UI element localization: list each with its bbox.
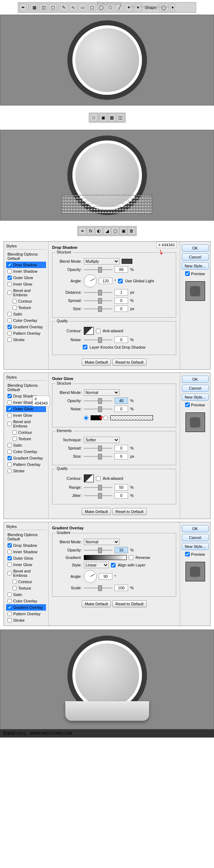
style-satin[interactable]: Satin — [6, 311, 46, 317]
style-outer-glow[interactable]: Outer Glow — [6, 555, 46, 561]
contour-picker[interactable] — [84, 327, 94, 335]
shape-layers-icon[interactable]: ▦ — [30, 4, 38, 11]
fill-pixels-icon[interactable]: ▢ — [49, 4, 57, 11]
style-inner-glow[interactable]: Inner Glow — [6, 412, 46, 418]
antialias-check[interactable] — [96, 329, 101, 333]
ok-button[interactable]: OK — [182, 376, 209, 383]
style-stroke[interactable]: Stroke — [6, 617, 46, 623]
style-stroke[interactable]: Stroke — [6, 337, 46, 343]
blending-options[interactable]: Blending Options: Default — [6, 382, 46, 393]
paths-icon[interactable]: ◫ — [40, 4, 47, 11]
style-texture[interactable]: Texture — [6, 436, 46, 442]
new-style-button[interactable]: New Style... — [182, 543, 209, 550]
make-default-button[interactable]: Make Default — [82, 508, 111, 515]
distance-input[interactable] — [114, 289, 128, 296]
size-slider[interactable] — [84, 308, 112, 309]
style-color-overlay[interactable]: Color Overlay — [6, 317, 46, 324]
knockout-check[interactable] — [83, 345, 87, 349]
marquee-add-icon[interactable]: ▣ — [100, 114, 107, 122]
style-outer-glow[interactable]: Outer Glow — [6, 406, 46, 412]
size-input[interactable] — [114, 453, 128, 459]
global-light-check[interactable] — [118, 279, 123, 283]
size-input[interactable] — [114, 305, 128, 312]
style-contour[interactable]: Contour — [6, 579, 46, 585]
blending-options[interactable]: Blending Options: Default — [6, 251, 46, 262]
glow-gradient-swatch[interactable] — [110, 415, 153, 420]
range-slider[interactable] — [84, 487, 112, 488]
jitter-input[interactable] — [114, 492, 128, 499]
reset-default-button[interactable]: Reset to Default — [112, 359, 147, 366]
spread-input[interactable] — [114, 445, 128, 451]
reset-default-button[interactable]: Reset to Default — [112, 508, 147, 515]
align-check[interactable] — [111, 563, 116, 567]
spread-input[interactable] — [114, 297, 128, 304]
style-gradient-overlay[interactable]: Gradient Overlay — [6, 324, 46, 330]
new-style-button[interactable]: New Style... — [182, 262, 209, 269]
spread-slider[interactable] — [84, 448, 112, 449]
style-pattern-overlay[interactable]: Pattern Overlay — [6, 330, 46, 337]
adjustment-icon[interactable]: ◢ — [103, 227, 111, 235]
new-layer-icon[interactable]: ▣ — [119, 227, 127, 235]
noise-input[interactable] — [114, 337, 128, 343]
gradient-picker[interactable] — [84, 555, 127, 560]
blend-mode-select[interactable]: Normal — [84, 539, 119, 545]
style-pattern-overlay[interactable]: Pattern Overlay — [6, 461, 46, 468]
style-color-overlay[interactable]: Color Overlay — [6, 448, 46, 455]
technique-select[interactable]: Softer — [84, 437, 119, 443]
shape-dropdown-icon[interactable]: ▾ — [170, 4, 175, 11]
mask-icon[interactable]: ◐ — [95, 227, 103, 235]
style-bevel[interactable]: Bevel and Emboss — [6, 418, 46, 429]
noise-slider[interactable] — [84, 409, 112, 410]
cancel-button[interactable]: Cancel — [182, 534, 209, 541]
delete-icon[interactable]: 🗑 — [128, 227, 136, 235]
antialias-check[interactable] — [96, 476, 101, 481]
jitter-slider[interactable] — [84, 495, 112, 496]
scale-input[interactable] — [114, 585, 128, 591]
opacity-input[interactable] — [114, 266, 128, 273]
opacity-slider[interactable] — [84, 400, 112, 401]
style-pattern-overlay[interactable]: Pattern Overlay — [6, 611, 46, 617]
group-icon[interactable]: ▢ — [111, 227, 119, 235]
marquee-new-icon[interactable]: □ — [90, 114, 98, 122]
style-gradient-overlay[interactable]: Gradient Overlay — [6, 455, 46, 461]
color-swatch[interactable] — [122, 259, 132, 264]
reset-default-button[interactable]: Reset to Default — [112, 600, 147, 607]
link-layers-icon[interactable]: ⚭ — [78, 227, 86, 235]
opacity-input[interactable] — [114, 547, 128, 553]
opacity-slider[interactable] — [84, 269, 112, 270]
style-satin[interactable]: Satin — [6, 442, 46, 448]
noise-input[interactable] — [114, 406, 128, 412]
range-input[interactable] — [114, 484, 128, 491]
style-inner-shadow[interactable]: Inner Shadow — [6, 268, 46, 274]
style-bevel[interactable]: Bevel and Emboss — [6, 287, 46, 298]
new-style-button[interactable]: New Style... — [182, 394, 209, 401]
style-inner-glow[interactable]: Inner Glow — [6, 281, 46, 287]
style-contour[interactable]: Contour — [6, 429, 46, 436]
style-gradient-overlay[interactable]: Gradient Overlay — [6, 604, 46, 611]
rounded-rect-icon[interactable]: ▢ — [88, 4, 96, 11]
size-slider[interactable] — [84, 456, 112, 457]
style-color-overlay[interactable]: Color Overlay — [6, 598, 46, 604]
contour-picker[interactable] — [84, 474, 94, 482]
cancel-button[interactable]: Cancel — [182, 253, 209, 261]
preview-check[interactable] — [185, 271, 190, 276]
opacity-slider[interactable] — [84, 550, 112, 551]
preview-check[interactable] — [185, 552, 190, 556]
pen-icon[interactable]: ✎ — [60, 4, 68, 11]
style-stroke[interactable]: Stroke — [6, 468, 46, 474]
marquee-intersect-icon[interactable]: ◫ — [117, 114, 124, 122]
style-inner-shadow[interactable]: Inner Shadow — [6, 549, 46, 555]
angle-dial[interactable] — [84, 570, 97, 583]
style-select[interactable]: Linear — [84, 562, 109, 568]
opacity-input[interactable] — [114, 397, 128, 404]
spread-slider[interactable] — [84, 300, 112, 301]
style-satin[interactable]: Satin — [6, 591, 46, 598]
style-texture[interactable]: Texture — [6, 585, 46, 591]
style-contour[interactable]: Contour — [6, 298, 46, 304]
style-drop-shadow[interactable]: Drop Shadow — [6, 542, 46, 549]
color-radio[interactable] — [84, 416, 88, 420]
style-outer-glow[interactable]: Outer Glow — [6, 274, 46, 281]
pen-tool-icon[interactable]: ✒ — [19, 4, 27, 11]
blending-options[interactable]: Blending Options: Default — [6, 531, 46, 542]
ok-button[interactable]: OK — [182, 245, 209, 252]
